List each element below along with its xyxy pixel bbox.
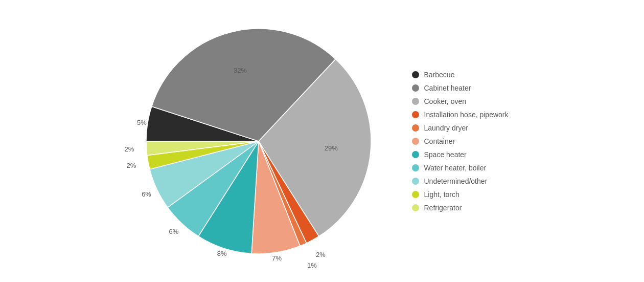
legend-dot-1 bbox=[412, 84, 419, 92]
legend: BarbecueCabinet heaterCooker, ovenInstal… bbox=[412, 71, 509, 212]
legend-item-6: Space heater bbox=[412, 150, 509, 159]
legend-label-0: Barbecue bbox=[424, 71, 455, 79]
legend-item-7: Water heater, boiler bbox=[412, 164, 509, 172]
legend-label-9: Light, torch bbox=[424, 190, 459, 199]
legend-dot-3 bbox=[412, 111, 419, 118]
legend-label-7: Water heater, boiler bbox=[424, 164, 487, 172]
legend-item-8: Undetermined/other bbox=[412, 177, 509, 185]
pct-label-9: 2% bbox=[127, 161, 136, 169]
pct-label-10: 2% bbox=[125, 145, 134, 153]
pie-chart-svg bbox=[136, 18, 381, 264]
legend-dot-10 bbox=[412, 204, 419, 211]
legend-dot-7 bbox=[412, 164, 419, 171]
legend-item-4: Laundry dryer bbox=[412, 124, 509, 132]
main-container: 5%32%29%2%1%7%8%6%6%2%2% BarbecueCabinet… bbox=[0, 0, 644, 282]
legend-label-2: Cooker, oven bbox=[424, 97, 467, 105]
legend-dot-4 bbox=[412, 124, 419, 132]
legend-item-10: Refrigerator bbox=[412, 204, 509, 212]
legend-dot-0 bbox=[412, 71, 419, 78]
legend-label-10: Refrigerator bbox=[424, 204, 462, 212]
legend-dot-5 bbox=[412, 138, 419, 145]
legend-dot-2 bbox=[412, 98, 419, 105]
legend-item-5: Container bbox=[412, 137, 509, 145]
pie-chart-area: 5%32%29%2%1%7%8%6%6%2%2% bbox=[136, 18, 381, 264]
legend-item-0: Barbecue bbox=[412, 71, 509, 79]
legend-label-4: Laundry dryer bbox=[424, 124, 468, 132]
legend-dot-8 bbox=[412, 178, 419, 185]
legend-item-9: Light, torch bbox=[412, 190, 509, 199]
legend-item-3: Installation hose, pipework bbox=[412, 111, 509, 119]
legend-dot-6 bbox=[412, 151, 419, 158]
legend-label-8: Undetermined/other bbox=[424, 177, 488, 185]
legend-item-2: Cooker, oven bbox=[412, 97, 509, 105]
legend-label-6: Space heater bbox=[424, 150, 467, 159]
legend-item-1: Cabinet heater bbox=[412, 84, 509, 92]
legend-label-5: Container bbox=[424, 137, 455, 145]
legend-label-1: Cabinet heater bbox=[424, 84, 471, 92]
legend-label-3: Installation hose, pipework bbox=[424, 111, 509, 119]
legend-dot-9 bbox=[412, 191, 419, 198]
